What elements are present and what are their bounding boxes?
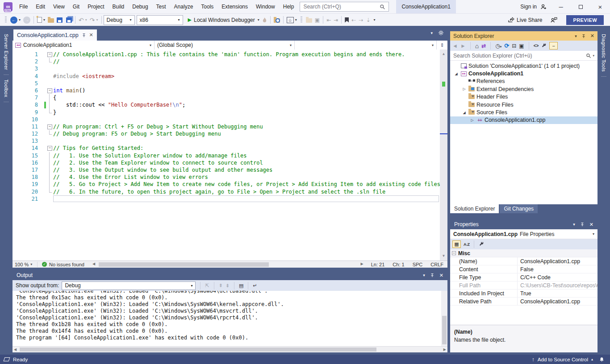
solution-explorer-search-input[interactable]: Search Solution Explorer (Ctrl+ü) ▾ [450, 51, 597, 61]
platform-dropdown[interactable]: x86▾ [137, 15, 183, 25]
redo-button[interactable]: ↷▾ [88, 15, 100, 25]
pin-icon[interactable] [580, 222, 585, 227]
wrench-icon[interactable] [479, 242, 484, 247]
scroll-down-icon[interactable]: ▼ [440, 252, 447, 260]
scroll-left-icon[interactable]: ◀ [14, 347, 17, 352]
menu-window[interactable]: Window [252, 0, 279, 13]
editor-vertical-scrollbar[interactable]: ▲ ▼ [440, 50, 447, 261]
hot-reload-button[interactable] [261, 15, 268, 25]
code-text[interactable]: // ConsoleApplication1.cpp : This file c… [53, 51, 447, 58]
code-text[interactable]: // 4. Use the Error List window to view … [53, 174, 447, 181]
autohide-tab-toolbox[interactable]: Toolbox [4, 75, 9, 102]
fold-collapse-icon[interactable] [47, 123, 53, 130]
output-horizontal-scrollbar[interactable]: ◀ ▶ [13, 346, 447, 352]
menu-build[interactable]: Build [109, 0, 129, 13]
new-file-button[interactable]: ▾ [36, 15, 46, 25]
properties-section-misc[interactable]: − Misc [450, 249, 597, 257]
word-wrap-icon[interactable]: ↵ [253, 283, 257, 289]
pin-icon[interactable] [581, 34, 586, 38]
code-text[interactable]: // Run program: Ctrl + F5 or Debug > Sta… [53, 123, 447, 130]
home-button[interactable]: ⌂▾ [285, 15, 298, 25]
tab-solution-explorer[interactable]: Solution Explorer [450, 204, 499, 213]
code-text[interactable] [53, 137, 447, 145]
close-icon[interactable]: ✕ [439, 273, 443, 278]
tab-close-icon[interactable]: ✕ [89, 32, 93, 38]
property-value[interactable]: False [517, 265, 597, 273]
code-text[interactable]: // 1. Use the Solution Explorer window t… [53, 152, 447, 159]
fold-collapse-icon[interactable] [47, 145, 53, 152]
code-text[interactable] [53, 80, 447, 87]
clear-all-icon[interactable]: ▤ [239, 283, 243, 289]
background-tasks-icon[interactable] [4, 357, 10, 361]
scrollbar-thumb[interactable] [99, 262, 269, 267]
save-all-button[interactable] [64, 15, 73, 25]
tree-item-consoleapplication1[interactable]: ◢++ConsoleApplication1 [450, 70, 597, 77]
toggle-bookmark-button[interactable] [343, 15, 350, 25]
code-text[interactable]: int main() [53, 87, 447, 94]
pending-changes-filter-icon[interactable]: ◷▾ [495, 43, 501, 49]
next-message-icon[interactable]: ⇟ [226, 283, 230, 289]
start-debugging-button[interactable]: ▶ Local Windows Debugger ▾ [187, 15, 261, 25]
pin-icon[interactable] [430, 273, 435, 277]
menu-project[interactable]: Project [84, 0, 108, 13]
zoom-dropdown[interactable]: 100 % ▾ [13, 262, 38, 267]
code-text[interactable]: // 6. In the future, to open this projec… [53, 188, 447, 195]
collapse-arrow-icon[interactable]: ◢ [453, 72, 460, 76]
output-log[interactable]: 'ConsoleApplication1.exe' (Win32): Loade… [13, 291, 447, 346]
code-text[interactable]: } [53, 109, 447, 116]
properties-object-dropdown[interactable]: ConsoleApplication1.cpp File Properties … [450, 229, 597, 239]
menu-tools[interactable]: Tools [197, 0, 217, 13]
member-dropdown[interactable]: ▾ [295, 41, 437, 50]
indent-decrease-button[interactable]: ⇤ [325, 15, 332, 25]
close-icon[interactable]: ✕ [590, 33, 594, 39]
active-files-dropdown-icon[interactable]: ▾ [430, 31, 433, 35]
menu-help[interactable]: Help [279, 0, 298, 13]
code-text[interactable]: // 2. Use the Team Explorer window to co… [53, 159, 447, 166]
expand-arrow-icon[interactable]: ▷ [461, 87, 468, 91]
property-value[interactable]: ConsoleApplication1.cpp [517, 257, 597, 265]
feedback-button[interactable] [546, 17, 562, 23]
refresh-icon[interactable]: ⟳ [504, 43, 509, 49]
save-button[interactable] [55, 15, 64, 25]
toolbar-grip[interactable] [5, 17, 7, 23]
scroll-left-icon[interactable]: ◀ [92, 262, 95, 266]
code-text[interactable]: { [53, 94, 447, 101]
source-control-menu-icon[interactable]: ▴ [591, 357, 593, 361]
collapse-arrow-icon[interactable]: ◢ [461, 111, 468, 115]
autohide-tab-diagnostic-tools[interactable]: Diagnostic Tools [601, 29, 606, 77]
solution-explorer-header[interactable]: Solution Explorer ▾ ✕ [450, 31, 597, 41]
categorized-view-toggle[interactable]: ▦ [452, 240, 461, 248]
output-source-dropdown[interactable]: Debug ▾ [62, 281, 196, 290]
window-position-icon[interactable]: ▾ [575, 34, 577, 38]
find-message-icon[interactable]: ⇱ [205, 283, 209, 289]
navigate-forward-button[interactable]: → [22, 15, 32, 25]
code-text[interactable] [53, 195, 439, 202]
close-icon[interactable]: ✕ [589, 222, 593, 228]
tree-item-consoleapplication1-cpp[interactable]: ▷++ConsoleApplication1.cpp [450, 116, 597, 124]
wrench-icon[interactable] [541, 43, 547, 49]
previous-bookmark-button[interactable]: ⇠ [350, 15, 357, 25]
live-share-button[interactable]: Live Share [504, 17, 546, 23]
output-vertical-scrollbar[interactable] [441, 291, 447, 346]
toolbar-overflow-button[interactable]: ▾ [372, 15, 376, 25]
bell-icon[interactable] [599, 356, 605, 363]
open-file-button[interactable] [46, 15, 55, 25]
autohide-tab-server-explorer[interactable]: Server Explorer [4, 29, 9, 75]
back-icon[interactable]: ◄ [452, 43, 458, 49]
window-position-icon[interactable]: ▾ [573, 222, 575, 227]
code-text[interactable]: std::cout << "Hello ComputerBase!\n"; [53, 101, 447, 108]
view-code-icon[interactable]: <> [534, 44, 539, 48]
scroll-right-icon[interactable]: ▶ [361, 262, 363, 266]
menu-analyze[interactable]: Analyze [170, 0, 197, 13]
scope-dropdown[interactable]: (Global Scope) ▾ [155, 41, 295, 50]
gear-icon[interactable] [438, 30, 444, 36]
fold-collapse-icon[interactable] [47, 87, 53, 94]
global-search-input[interactable]: Search (Ctrl+Q) [300, 2, 389, 12]
collapse-all-icon[interactable]: ⊟ [512, 43, 516, 49]
menu-edit[interactable]: Edit [32, 0, 49, 13]
alphabetical-sort-icon[interactable]: A↓Z [464, 242, 469, 247]
next-bookmark-button[interactable]: ⇢ [357, 15, 364, 25]
expand-arrow-icon[interactable]: ▷ [469, 118, 476, 122]
scrollbar-thumb[interactable] [20, 347, 376, 352]
tree-item-header-files[interactable]: Header Files [450, 93, 597, 101]
